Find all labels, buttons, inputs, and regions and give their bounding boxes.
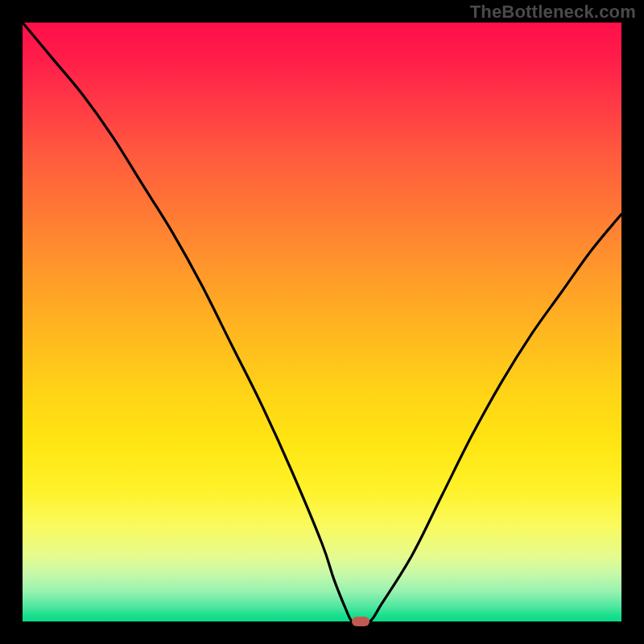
optimal-marker-icon bbox=[352, 617, 369, 626]
bottleneck-curve bbox=[23, 23, 621, 621]
plot-area bbox=[23, 23, 621, 621]
watermark-text: TheBottleneck.com bbox=[470, 2, 636, 23]
chart-frame: TheBottleneck.com bbox=[0, 0, 644, 644]
